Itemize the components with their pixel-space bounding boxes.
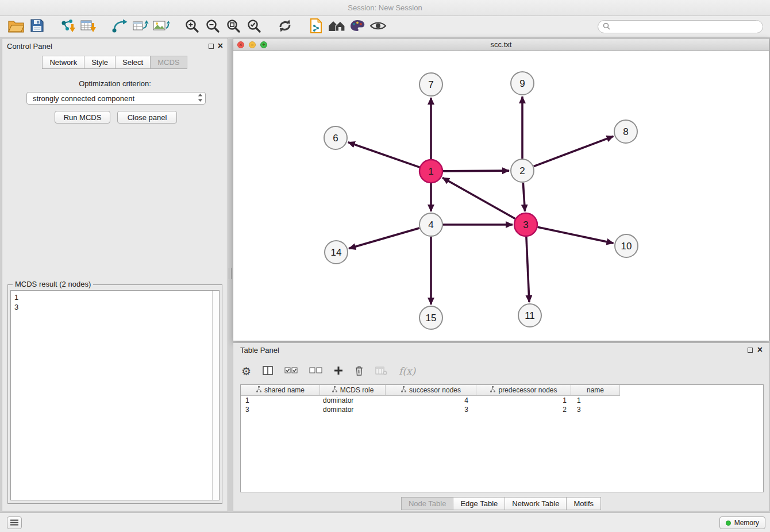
run-mcds-button[interactable]: Run MCDS bbox=[55, 111, 110, 124]
tab-node-table[interactable]: Node Table bbox=[401, 497, 454, 510]
graph-edge-1-2[interactable] bbox=[443, 171, 509, 171]
tab-edge-table[interactable]: Edge Table bbox=[453, 497, 505, 510]
graph-node-8[interactable]: 8 bbox=[614, 120, 637, 143]
graph-node-15[interactable]: 15 bbox=[419, 306, 442, 329]
function-builder-icon[interactable]: f(x) bbox=[399, 365, 415, 377]
cell-mcds-role: dominator bbox=[320, 396, 386, 405]
document-share-icon bbox=[309, 18, 324, 36]
column-header-mcds-role[interactable]: MCDS role bbox=[320, 385, 386, 396]
new-network-icon bbox=[111, 18, 128, 35]
node-table: shared name MCDS role successor nodes pr… bbox=[240, 384, 764, 492]
graph-node-10[interactable]: 10 bbox=[615, 234, 638, 257]
delete-column-icon[interactable] bbox=[355, 365, 364, 377]
column-header-successor-nodes[interactable]: successor nodes bbox=[386, 385, 476, 396]
graph-edge-1-6[interactable] bbox=[348, 142, 420, 168]
close-panel-icon[interactable]: × bbox=[218, 43, 223, 49]
graph-node-6[interactable]: 6 bbox=[324, 126, 347, 149]
zoom-out-button[interactable] bbox=[202, 17, 223, 36]
tab-style[interactable]: Style bbox=[84, 56, 116, 69]
zoom-fit-button[interactable] bbox=[223, 17, 244, 36]
graph-node-9[interactable]: 9 bbox=[511, 72, 534, 95]
search-input[interactable] bbox=[613, 23, 758, 31]
window-titlebar[interactable]: Session: New Session bbox=[0, 0, 770, 16]
close-window-icon[interactable]: × bbox=[237, 41, 244, 48]
table-row[interactable]: 1dominator411 bbox=[241, 396, 763, 405]
main-toolbar bbox=[0, 16, 770, 37]
cell-shared-name: 3 bbox=[241, 405, 320, 414]
export-image-button[interactable] bbox=[151, 17, 171, 36]
delete-table-icon[interactable] bbox=[375, 366, 387, 377]
graph-node-1[interactable]: 1 bbox=[419, 160, 442, 183]
column-header-shared-name[interactable]: shared name bbox=[241, 385, 320, 396]
new-network-table-button[interactable] bbox=[130, 17, 151, 36]
status-bar: Memory bbox=[0, 512, 770, 532]
float-table-panel-icon[interactable] bbox=[748, 348, 753, 353]
column-header-name[interactable]: name bbox=[571, 385, 620, 396]
zoom-selected-button[interactable] bbox=[244, 17, 264, 36]
show-columns-icon[interactable] bbox=[263, 366, 273, 377]
graph-edge-3-1[interactable] bbox=[442, 178, 515, 218]
search-box[interactable] bbox=[598, 20, 763, 33]
table-row[interactable]: 3dominator323 bbox=[241, 405, 763, 414]
tab-select[interactable]: Select bbox=[115, 56, 151, 69]
column-header-predecessor-nodes[interactable]: predecessor nodes bbox=[476, 385, 571, 396]
zoom-in-button[interactable] bbox=[182, 17, 202, 36]
graph-node-2[interactable]: 2 bbox=[511, 159, 534, 182]
mcds-result-box[interactable]: 13 bbox=[10, 290, 220, 500]
unselect-all-columns-icon[interactable] bbox=[309, 367, 322, 376]
import-network-button[interactable] bbox=[57, 17, 78, 36]
svg-text:15: 15 bbox=[426, 313, 437, 323]
tab-network-table[interactable]: Network Table bbox=[505, 497, 567, 510]
close-panel-button[interactable]: Close panel bbox=[117, 111, 177, 124]
table-settings-icon[interactable]: ⚙ bbox=[241, 366, 251, 377]
float-panel-icon[interactable] bbox=[209, 44, 214, 49]
mcds-result-scrollbar[interactable] bbox=[212, 291, 219, 500]
graph-node-14[interactable]: 14 bbox=[325, 241, 348, 264]
zoom-selected-icon bbox=[247, 18, 261, 35]
minimize-window-icon[interactable]: − bbox=[249, 41, 256, 48]
graph-node-7[interactable]: 7 bbox=[419, 73, 442, 96]
mcds-result-list: 13 bbox=[11, 291, 219, 314]
network-window-titlebar[interactable]: scc.txt × − + bbox=[233, 38, 769, 51]
palette-icon bbox=[349, 19, 365, 34]
export-network-button[interactable] bbox=[306, 17, 326, 36]
graph-node-11[interactable]: 11 bbox=[518, 304, 541, 327]
tab-mcds[interactable]: MCDS bbox=[150, 56, 187, 69]
panel-toggle-button[interactable] bbox=[7, 516, 22, 529]
import-table-icon bbox=[80, 18, 97, 35]
apply-layout-button[interactable] bbox=[275, 17, 295, 36]
graph-edge-3-11[interactable] bbox=[526, 237, 529, 302]
network-canvas[interactable]: 7968124314101511 bbox=[233, 51, 769, 341]
graph-edge-3-10[interactable] bbox=[538, 227, 614, 243]
graph-edge-2-3[interactable] bbox=[523, 183, 525, 211]
svg-text:8: 8 bbox=[623, 126, 628, 137]
table-panel-tabs: Node TableEdge TableNetwork TableMotifs bbox=[233, 497, 769, 510]
graph-edge-4-14[interactable] bbox=[349, 228, 419, 249]
panel-splitter-handle[interactable] bbox=[229, 268, 232, 279]
memory-button[interactable]: Memory bbox=[719, 516, 765, 529]
cell-successor-nodes: 4 bbox=[386, 396, 476, 405]
maximize-window-icon[interactable]: + bbox=[260, 41, 267, 48]
refresh-icon bbox=[278, 18, 292, 35]
graph-node-4[interactable]: 4 bbox=[419, 213, 442, 236]
add-column-icon[interactable] bbox=[334, 366, 343, 377]
import-table-button[interactable] bbox=[78, 17, 99, 36]
first-neighbors-button[interactable] bbox=[326, 17, 347, 36]
save-session-button[interactable] bbox=[26, 17, 47, 36]
import-network-icon bbox=[59, 18, 76, 35]
criterion-dropdown[interactable]: strongly connected component bbox=[26, 92, 206, 105]
graph-node-3[interactable]: 3 bbox=[514, 213, 537, 236]
tab-motifs[interactable]: Motifs bbox=[566, 497, 601, 510]
attribute-type-icon bbox=[490, 386, 496, 394]
svg-text:1: 1 bbox=[428, 166, 433, 177]
new-network-button[interactable] bbox=[109, 17, 130, 36]
graph-edge-2-8[interactable] bbox=[534, 136, 614, 167]
open-file-button[interactable] bbox=[6, 17, 26, 36]
select-all-columns-icon[interactable] bbox=[284, 367, 298, 376]
list-icon bbox=[10, 519, 18, 527]
svg-text:2: 2 bbox=[519, 165, 525, 176]
apply-style-button[interactable] bbox=[347, 17, 368, 36]
close-table-panel-icon[interactable]: × bbox=[757, 346, 763, 353]
show-hide-button[interactable] bbox=[368, 17, 388, 36]
tab-network[interactable]: Network bbox=[42, 56, 84, 69]
